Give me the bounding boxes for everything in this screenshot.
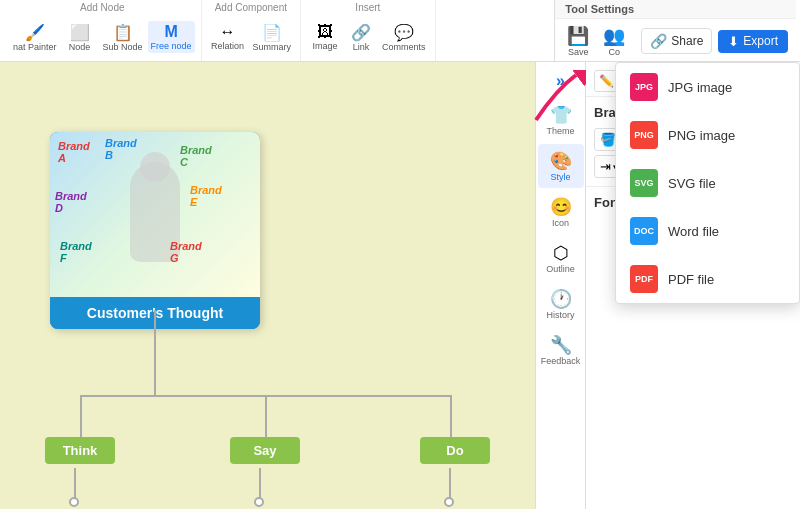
root-node[interactable]: BrandA BrandB BrandC BrandD BrandE Brand… <box>50 132 260 329</box>
export-button[interactable]: ⬇ Export <box>718 30 788 53</box>
png-label: PNG image <box>668 128 735 143</box>
relation-icon: ↔ <box>220 23 236 41</box>
pdf-icon: PDF <box>630 265 658 293</box>
outline-icon: ⬡ <box>553 242 569 264</box>
summary-label: Summary <box>253 42 292 52</box>
sidebar-item-style[interactable]: 🎨 Style <box>538 144 584 188</box>
free-node-label: Free node <box>151 41 192 51</box>
co-icon: 👥 <box>603 25 625 47</box>
word-label: Word file <box>668 224 719 239</box>
png-icon: PNG <box>630 121 658 149</box>
history-icon: 🕐 <box>550 288 572 310</box>
sidebar: » 👕 Theme 🎨 Style 😊 Icon ⬡ Outline <box>535 62 585 509</box>
add-component-label: Add Component <box>208 2 295 13</box>
sidebar-item-outline[interactable]: ⬡ Outline <box>538 236 584 280</box>
export-svg[interactable]: SVG SVG file <box>616 159 799 207</box>
history-label: History <box>546 310 574 320</box>
tool-settings-header-bar: Tool Settings 💾 Save 👥 Co 🔗 Share ⬇ Ex <box>554 0 796 61</box>
sidebar-item-history[interactable]: 🕐 History <box>538 282 584 326</box>
toolbar-group-add-component: Add Component ↔ Relation 📄 Summary <box>202 0 302 61</box>
toolbar-comments[interactable]: 💬 Comments <box>379 21 429 54</box>
word-icon: DOC <box>630 217 658 245</box>
pdf-label: PDF file <box>668 272 714 287</box>
outline-label: Outline <box>546 264 575 274</box>
sidebar-item-icon[interactable]: 😊 Icon <box>538 190 584 234</box>
toolbar-summary[interactable]: 📄 Summary <box>250 21 295 54</box>
node-label: Node <box>69 42 91 52</box>
toolbar-free-node[interactable]: M Free node <box>148 21 195 53</box>
relation-label: Relation <box>211 41 244 51</box>
feedback-label: Feedback <box>541 356 581 366</box>
branch-say[interactable]: Say <box>230 437 300 464</box>
node-icon: ⬜ <box>70 23 90 42</box>
export-pdf[interactable]: PDF PDF file <box>616 255 799 303</box>
insert-label: Insert <box>307 2 429 13</box>
export-label: Export <box>743 34 778 48</box>
root-node-image: BrandA BrandB BrandC BrandD BrandE Brand… <box>50 132 260 297</box>
jpg-label: JPG image <box>668 80 732 95</box>
nat-painter-label: nat Painter <box>13 42 57 52</box>
export-jpg[interactable]: JPG JPG image <box>616 63 799 111</box>
add-node-label: Add Node <box>10 2 195 13</box>
share-label: Share <box>671 34 703 48</box>
save-label: Save <box>568 47 589 57</box>
toolbar-group-add-node: Add Node 🖌️ nat Painter ⬜ Node 📋 Sub Nod… <box>4 0 202 61</box>
export-dropdown: JPG JPG image PNG PNG image SVG SVG file… <box>615 62 800 304</box>
toolbar-sub-node[interactable]: 📋 Sub Node <box>100 21 146 54</box>
image-icon: 🖼 <box>317 23 333 41</box>
summary-icon: 📄 <box>262 23 282 42</box>
style-icon: 🎨 <box>550 150 572 172</box>
icon-label: Icon <box>552 218 569 228</box>
share-icon: 🔗 <box>650 33 667 49</box>
save-icon: 💾 <box>567 25 589 47</box>
tool-settings-title: Tool Settings <box>555 0 796 19</box>
line-edit-icon: ✏️ <box>599 74 614 88</box>
branch-do[interactable]: Do <box>420 437 490 464</box>
tool-settings-panel: ✏️ ▾ ≡ ▾ ⇉ ▾ ↕ ▾ Branch <box>585 62 800 509</box>
nat-painter-icon: 🖌️ <box>25 23 45 42</box>
sidebar-item-theme[interactable]: 👕 Theme <box>538 98 584 142</box>
comments-label: Comments <box>382 42 426 52</box>
save-button[interactable]: 💾 Save <box>563 23 593 59</box>
style-label: Style <box>550 172 570 182</box>
co-button[interactable]: 👥 Co <box>599 23 629 59</box>
branch-think[interactable]: Think <box>45 437 115 464</box>
comments-icon: 💬 <box>394 23 414 42</box>
toolbar-relation[interactable]: ↔ Relation <box>208 21 248 53</box>
co-label: Co <box>609 47 621 57</box>
export-icon: ⬇ <box>728 34 739 49</box>
toolbar-link[interactable]: 🔗 Link <box>345 21 377 54</box>
share-button[interactable]: 🔗 Share <box>641 28 712 54</box>
feedback-icon: 🔧 <box>550 334 572 356</box>
sub-node-icon: 📋 <box>113 23 133 42</box>
image-label: Image <box>313 41 338 51</box>
theme-label: Theme <box>546 126 574 136</box>
toolbar-node[interactable]: ⬜ Node <box>62 21 98 54</box>
svg-icon: SVG <box>630 169 658 197</box>
sidebar-expand[interactable]: » <box>550 66 571 96</box>
toolbar-nat-painter[interactable]: 🖌️ nat Painter <box>10 21 60 54</box>
export-png[interactable]: PNG PNG image <box>616 111 799 159</box>
fill-icon: 🪣 <box>600 132 616 147</box>
jpg-icon: JPG <box>630 73 658 101</box>
export-word[interactable]: DOC Word file <box>616 207 799 255</box>
toolbar-image[interactable]: 🖼 Image <box>307 21 343 53</box>
link-label: Link <box>353 42 370 52</box>
canvas-area: BrandA BrandB BrandC BrandD BrandE Brand… <box>0 62 535 509</box>
theme-icon: 👕 <box>550 104 572 126</box>
toolbar-group-insert: Insert 🖼 Image 🔗 Link 💬 Comments <box>301 0 436 61</box>
sub-node-label: Sub Node <box>103 42 143 52</box>
icon-icon: 😊 <box>550 196 572 218</box>
sidebar-item-feedback[interactable]: 🔧 Feedback <box>538 328 584 372</box>
link-icon: 🔗 <box>351 23 371 42</box>
svg-label: SVG file <box>668 176 716 191</box>
free-node-icon: M <box>164 23 177 41</box>
